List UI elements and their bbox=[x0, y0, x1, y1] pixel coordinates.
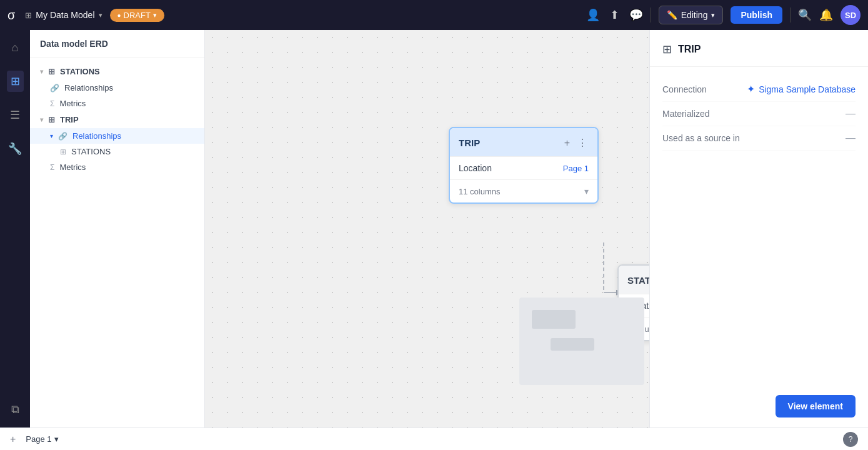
trip-card-more-button[interactable]: ⋮ bbox=[576, 136, 589, 150]
used-as-source-value: — bbox=[846, 132, 856, 144]
page-chevron-icon: ▾ bbox=[54, 434, 59, 444]
home-icon[interactable]: ⌂ bbox=[8, 38, 22, 58]
sidebar-item-trip-metrics[interactable]: Σ Metrics bbox=[30, 159, 204, 175]
user-icon[interactable]: 👤 bbox=[586, 8, 600, 22]
materialized-value: — bbox=[846, 108, 856, 119]
mini-map-card2 bbox=[551, 338, 594, 351]
trip-metrics-label: Metrics bbox=[59, 162, 86, 172]
trip-table-icon: ⊞ bbox=[48, 115, 55, 124]
trip-metrics-sigma-icon: Σ bbox=[50, 163, 54, 172]
trip-card-add-button[interactable]: + bbox=[563, 136, 571, 150]
right-panel-materialized-row: Materialized — bbox=[662, 102, 856, 126]
sidebar: Data model ERD ▾ ⊞ STATIONS 🔗 Relationsh… bbox=[30, 30, 205, 428]
search-icon[interactable]: 🔍 bbox=[798, 8, 812, 22]
sidebar-item-trip-relationships[interactable]: ▾ 🔗 Relationships bbox=[30, 128, 204, 144]
topbar: σ ⊞ My Data Model ▾ ● DRAFT ▾ 👤 ⬆ 💬 ✏️ E… bbox=[0, 0, 868, 30]
mini-map-inner bbox=[519, 298, 644, 385]
sidebar-section-trip: ▾ ⊞ TRIP ▾ 🔗 Relationships ⊞ STATIONS Σ … bbox=[30, 111, 204, 175]
stations-metrics-label: Metrics bbox=[59, 99, 86, 108]
right-panel-header: ⊞ TRIP bbox=[650, 30, 868, 67]
page-label: Page 1 bbox=[26, 434, 51, 444]
sidebar-item-trip-stations[interactable]: ⊞ STATIONS bbox=[30, 144, 204, 159]
editing-chevron-icon: ▾ bbox=[711, 11, 715, 19]
sidebar-item-stations-relationships[interactable]: 🔗 Relationships bbox=[30, 80, 204, 96]
stations-card-header: STATIONS + ⋮ bbox=[619, 266, 649, 294]
editing-label: Editing bbox=[681, 10, 708, 20]
publish-button[interactable]: Publish bbox=[731, 6, 782, 24]
share-icon[interactable]: ⬆ bbox=[610, 8, 619, 22]
expand-relationships-icon: ▾ bbox=[50, 132, 53, 139]
stations-table-icon: ⊞ bbox=[48, 67, 55, 76]
right-panel-used-as-source-row: Used as a source in — bbox=[662, 126, 856, 151]
main-layout: ⌂ ⊞ ☰ 🔧 ⧉ Data model ERD ▾ ⊞ STATIONS 🔗 … bbox=[0, 30, 868, 428]
trip-expand-icon[interactable]: ▾ bbox=[584, 186, 589, 196]
add-page-button[interactable]: + bbox=[10, 434, 16, 445]
editing-button[interactable]: ✏️ Editing ▾ bbox=[659, 6, 724, 24]
connection-label: Connection bbox=[662, 84, 707, 94]
help-button[interactable]: ? bbox=[843, 432, 858, 447]
used-as-source-label: Used as a source in bbox=[662, 133, 740, 143]
sidebar-item-stations-metrics[interactable]: Σ Metrics bbox=[30, 96, 204, 111]
chat-icon[interactable]: 💬 bbox=[629, 8, 643, 22]
link-icon: 🔗 bbox=[50, 84, 59, 92]
expand-stations-icon: ▾ bbox=[40, 68, 43, 75]
stations-relationships-label: Relationships bbox=[64, 83, 113, 92]
draft-label: DRAFT bbox=[124, 11, 151, 20]
stations-label: STATIONS bbox=[60, 67, 100, 76]
trip-card-footer: 11 columns ▾ bbox=[450, 179, 597, 202]
view-element-button[interactable]: View element bbox=[776, 395, 856, 418]
model-chevron-icon: ▾ bbox=[99, 11, 102, 19]
model-title[interactable]: ⊞ My Data Model ▾ bbox=[25, 10, 102, 20]
sidebar-section-stations-header[interactable]: ▾ ⊞ STATIONS bbox=[30, 63, 204, 80]
connection-value[interactable]: ✦ Sigma Sample Database bbox=[747, 83, 856, 95]
diagram-icon[interactable]: ⧉ bbox=[7, 399, 23, 420]
sigma-db-icon: ✦ bbox=[747, 83, 755, 95]
topbar-icons: 👤 ⬆ 💬 bbox=[586, 8, 643, 22]
right-panel-title: TRIP bbox=[678, 44, 701, 55]
expand-trip-icon: ▾ bbox=[40, 116, 43, 123]
icon-rail: ⌂ ⊞ ☰ 🔧 ⧉ bbox=[0, 30, 30, 428]
edit-icon: ✏️ bbox=[667, 10, 677, 20]
model-icon: ⊞ bbox=[25, 11, 32, 20]
sidebar-section-trip-header[interactable]: ▾ ⊞ TRIP bbox=[30, 111, 204, 128]
page-tab[interactable]: Page 1 ▾ bbox=[26, 434, 58, 444]
trip-location-link[interactable]: Page 1 bbox=[563, 164, 589, 173]
tools-icon[interactable]: 🔧 bbox=[4, 138, 26, 159]
data-model-icon[interactable]: ⊞ bbox=[7, 71, 24, 92]
avatar[interactable]: SD bbox=[841, 5, 861, 25]
sidebar-header: Data model ERD bbox=[30, 30, 204, 58]
trip-location-label: Location bbox=[459, 163, 492, 173]
right-panel-connection-row: Connection ✦ Sigma Sample Database bbox=[662, 77, 856, 102]
trip-card[interactable]: TRIP + ⋮ Location Page 1 11 columns ▾ bbox=[449, 127, 599, 204]
trip-stations-icon: ⊞ bbox=[60, 148, 66, 156]
trip-card-actions: + ⋮ bbox=[563, 136, 589, 150]
topbar-divider bbox=[651, 8, 651, 22]
trip-card-location-row: Location Page 1 bbox=[450, 156, 597, 179]
notification-icon[interactable]: 🔔 bbox=[819, 8, 833, 22]
trip-label: TRIP bbox=[60, 115, 79, 124]
sidebar-section-stations: ▾ ⊞ STATIONS 🔗 Relationships Σ Metrics bbox=[30, 63, 204, 111]
topbar-divider2 bbox=[790, 8, 791, 22]
right-panel-body: Connection ✦ Sigma Sample Database Mater… bbox=[650, 67, 868, 385]
menu-icon[interactable]: ☰ bbox=[6, 104, 24, 126]
sidebar-content: ▾ ⊞ STATIONS 🔗 Relationships Σ Metrics ▾… bbox=[30, 58, 204, 428]
materialized-label: Materialized bbox=[662, 109, 709, 119]
trip-columns-label: 11 columns bbox=[459, 187, 500, 196]
mini-map-card1 bbox=[532, 310, 576, 329]
model-name: My Data Model bbox=[36, 10, 94, 20]
bottom-bar: + Page 1 ▾ ? bbox=[0, 428, 868, 450]
mini-map bbox=[519, 298, 644, 385]
sigma-metrics-icon: Σ bbox=[50, 99, 54, 108]
trip-card-title: TRIP bbox=[459, 138, 480, 148]
right-panel-table-icon: ⊞ bbox=[662, 42, 672, 56]
connection-text: Sigma Sample Database bbox=[759, 84, 856, 94]
sigma-logo: σ bbox=[7, 8, 15, 22]
trip-card-header: TRIP + ⋮ bbox=[450, 128, 597, 156]
draft-chevron-icon: ▾ bbox=[153, 11, 157, 19]
link-trip-icon: 🔗 bbox=[58, 132, 67, 141]
right-panel: ⊞ TRIP Connection ✦ Sigma Sample Databas… bbox=[649, 30, 868, 428]
canvas[interactable]: TRIP + ⋮ Location Page 1 11 columns ▾ ST… bbox=[205, 30, 649, 428]
trip-stations-label: STATIONS bbox=[71, 147, 111, 156]
trip-relationships-label: Relationships bbox=[72, 131, 121, 141]
draft-badge[interactable]: ● DRAFT ▾ bbox=[110, 9, 164, 22]
